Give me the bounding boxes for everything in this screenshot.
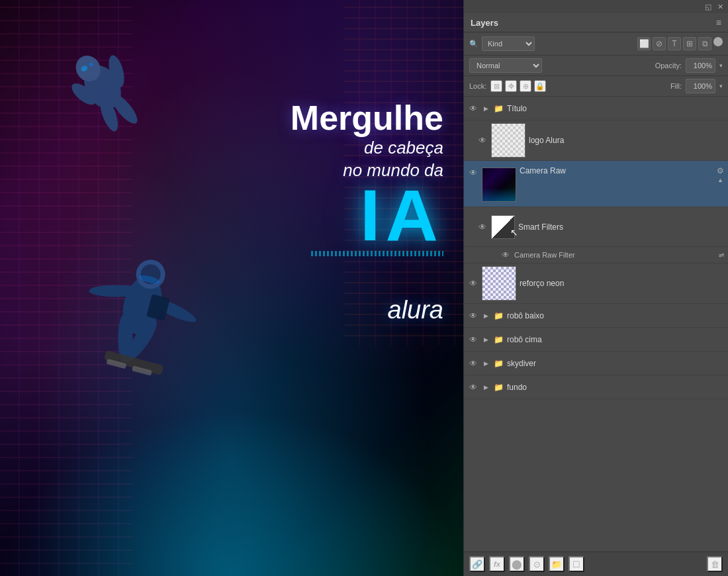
fill-input[interactable] [686,79,715,93]
camera-raw-filter-settings-icon[interactable]: ⇌ [719,252,724,259]
opacity-label: Opacity: [655,62,682,70]
expand-arrow-robo-cima[interactable]: ▶ [482,336,490,344]
link-layers-button[interactable]: 🔗 [469,556,485,572]
main-title-line2: de cabeça [291,137,443,160]
layer-name-smart-filters: Smart Filters [518,222,724,232]
folder-icon-fundo: 📁 [493,382,504,393]
filter-pixel-button[interactable]: ⬜ [637,37,651,50]
camera-raw-collapse-icon[interactable]: ▲ [717,177,723,183]
filter-kind-dropdown[interactable]: Kind [482,36,535,51]
layer-thumb-camera-raw [482,168,516,202]
lock-transparent-button[interactable]: ⊠ [490,80,502,92]
minimize-icon[interactable]: ◱ [704,3,712,11]
opacity-input[interactable] [686,58,715,73]
fill-label: Fill: [670,82,682,90]
visibility-eye-titulo[interactable]: 👁 [468,103,478,114]
panel-topbar: ◱ ✕ [464,0,728,13]
lock-position-button[interactable]: ⊕ [520,80,531,92]
expand-arrow-fundo[interactable]: ▶ [482,383,490,391]
new-adjustment-button[interactable]: ⊙ [529,556,545,572]
layer-name-reforco-neon: reforço neon [520,279,724,288]
visibility-eye-reforco-neon[interactable]: 👁 [468,278,478,289]
camera-raw-settings-icon[interactable]: ⚙ [717,166,724,175]
layer-item-camera-raw-filter[interactable]: 👁 Camera Raw Filter ⇌ [464,247,728,264]
filter-color-button[interactable] [713,37,723,46]
layer-item-camera-raw[interactable]: 👁 Camera Raw ⚙ ▲ [464,161,728,207]
panel-menu-button[interactable]: ≡ [716,17,721,28]
canvas-image: Mergulhe de cabeça no mundo da IA alura [0,0,463,576]
lock-icons-group: ⊠ ✥ ⊕ 🔒 [490,80,546,92]
folder-icon-robo-baixo: 📁 [493,311,504,321]
expand-arrow-titulo[interactable]: ▶ [482,105,490,113]
smart-filters-thumb-container: ↖ [491,215,515,239]
lock-label: Lock: [469,82,486,90]
delete-layer-button[interactable]: 🗑 [707,556,723,572]
layer-item-robo-baixo[interactable]: 👁 ▶ 📁 robô baixo [464,304,728,328]
lock-all-button[interactable]: 🔒 [534,80,546,92]
new-layer-button[interactable]: ☐ [569,556,584,572]
ia-text: IA [291,182,443,248]
visibility-eye-logo-alura[interactable]: 👁 [477,135,488,146]
ia-decorative-line [311,251,443,256]
layers-list[interactable]: 👁 ▶ 📁 Título 👁 logo Alura 👁 Camera Raw ⚙… [464,97,728,552]
main-title-line1: Mergulhe [291,99,443,137]
filter-shape-button[interactable]: ⊞ [683,37,696,50]
panel-header: Layers ≡ [464,13,728,32]
filter-search-icon: 🔍 [469,40,478,48]
layer-name-robo-baixo: robô baixo [507,311,724,320]
filter-adjustment-button[interactable]: ⊘ [653,37,666,50]
panel-title: Layers [471,18,498,28]
layer-item-logo-alura[interactable]: 👁 logo Alura [464,120,728,161]
robot-figure-top [66,33,146,152]
layer-item-reforco-neon[interactable]: 👁 reforço neon [464,264,728,304]
skydiver-figure [79,225,199,410]
layer-item-smart-filters[interactable]: 👁 ↖ Smart Filters [464,207,728,247]
opacity-dropdown-arrow[interactable]: ▾ [719,62,723,69]
layer-name-camera-raw: Camera Raw [520,166,713,175]
layer-name-robo-cima: robô cima [507,335,724,344]
layer-thumb-reforco-neon [482,266,516,301]
panel-bottom-toolbar: 🔗 fx ⬤ ⊙ 📁 ☐ 🗑 [464,552,728,576]
canvas-text-overlay: Mergulhe de cabeça no mundo da IA alura [291,99,443,324]
layers-panel: ◱ ✕ Layers ≡ 🔍 Kind ⬜ ⊘ T ⊞ ⧉ Normal Mul… [463,0,728,576]
new-group-button[interactable]: 📁 [549,556,565,572]
expand-arrow-robo-baixo[interactable]: ▶ [482,312,490,320]
visibility-eye-robo-cima[interactable]: 👁 [468,334,478,345]
layer-name-titulo: Título [507,104,724,113]
blend-mode-dropdown[interactable]: Normal Multiply Screen Overlay [469,58,542,73]
visibility-eye-camera-raw[interactable]: 👁 [468,168,478,178]
expand-arrow-skydiver[interactable]: ▶ [482,360,490,367]
visibility-eye-fundo[interactable]: 👁 [468,382,478,393]
folder-icon-titulo: 📁 [493,103,504,114]
layer-item-fundo[interactable]: 👁 ▶ 📁 fundo [464,375,728,399]
layer-item-titulo[interactable]: 👁 ▶ 📁 Título [464,97,728,120]
add-mask-button[interactable]: ⬤ [509,556,525,572]
layer-name-skydiver: skydiver [507,359,724,368]
camera-raw-right-controls: ⚙ ▲ [717,166,724,183]
visibility-eye-skydiver[interactable]: 👁 [468,358,478,369]
lock-pixels-button[interactable]: ✥ [505,80,517,92]
filter-type-icons: ⬜ ⊘ T ⊞ ⧉ [637,37,723,50]
alura-logo-text: alura [291,296,443,324]
fill-dropdown-arrow[interactable]: ▾ [719,83,723,89]
layer-thumb-logo-alura [491,123,525,158]
filter-smart-button[interactable]: ⧉ [698,37,711,50]
bottom-glow [0,410,463,576]
visibility-eye-camera-raw-filter[interactable]: 👁 [500,250,511,260]
layer-item-robo-cima[interactable]: 👁 ▶ 📁 robô cima [464,328,728,352]
layer-effects-button[interactable]: fx [489,556,505,572]
svg-point-11 [89,285,142,297]
layer-name-camera-raw-filter: Camera Raw Filter [514,251,715,259]
filter-text-button[interactable]: T [668,37,681,50]
folder-icon-robo-cima: 📁 [493,334,504,345]
close-icon[interactable]: ✕ [716,3,724,11]
visibility-eye-robo-baixo[interactable]: 👁 [468,311,478,321]
canvas-area: Mergulhe de cabeça no mundo da IA alura [0,0,463,576]
layer-name-logo-alura: logo Alura [529,136,724,145]
layer-name-fundo: fundo [507,383,724,392]
folder-icon-skydiver: 📁 [493,358,504,369]
layer-item-skydiver[interactable]: 👁 ▶ 📁 skydiver [464,352,728,375]
visibility-eye-smart-filters[interactable]: 👁 [477,222,488,232]
lock-bar: Lock: ⊠ ✥ ⊕ 🔒 Fill: ▾ [464,76,728,97]
cursor-pointer-icon: ↖ [510,227,518,238]
